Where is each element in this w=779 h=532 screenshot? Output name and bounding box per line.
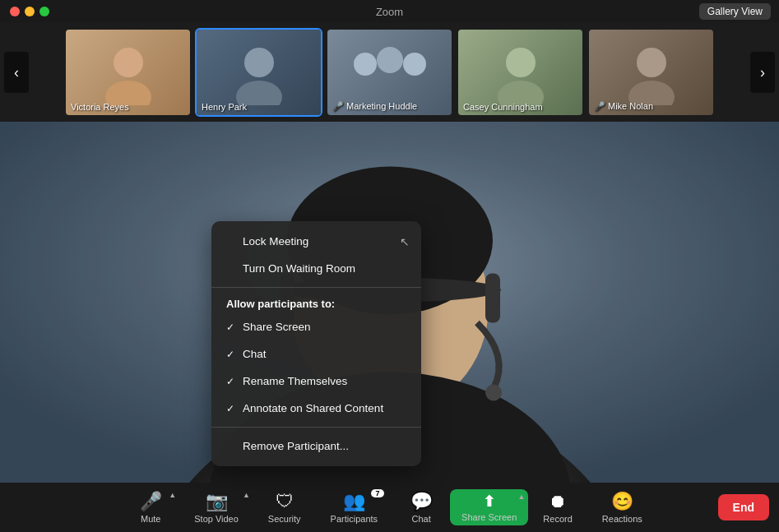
maximize-button[interactable]	[39, 7, 49, 16]
toolbar: 🎤 Mute ▲ 📷 Stop Video ▲ 🛡 Security 👥 Par…	[0, 483, 779, 532]
share-caret: ▲	[517, 493, 525, 501]
mute-label: Mute	[141, 514, 160, 524]
svg-point-7	[506, 48, 536, 77]
annotate-label: Annotate on Shared Content	[243, 402, 383, 414]
security-dropdown: Lock Meeting ↖ Turn On Waiting Room Allo…	[211, 221, 421, 466]
menu-chat[interactable]: ✓ Chat	[211, 340, 421, 368]
chat-check: ✓	[226, 349, 238, 360]
titlebar: Zoom Gallery View	[0, 0, 779, 23]
share-screen-icon: ⬆	[483, 493, 495, 511]
app-title: Zoom	[376, 6, 403, 18]
thumb-henry[interactable]: Henry Park	[195, 28, 322, 117]
thumbnail-list: Victoria Reyes Henry Park 🎤Marketing Hu	[64, 28, 715, 117]
end-button[interactable]: End	[718, 494, 769, 520]
minimize-button[interactable]	[25, 7, 35, 16]
close-button[interactable]	[10, 7, 20, 16]
svg-point-21	[485, 385, 502, 401]
mute-icon: 🎤	[140, 491, 162, 512]
thumb-name-mike: 🎤Mike Nolan	[594, 101, 653, 112]
toolbar-chat[interactable]: 💬 Chat	[392, 488, 450, 527]
toolbar-stop-video[interactable]: 📷 Stop Video ▲	[179, 488, 253, 527]
stop-video-caret: ▲	[243, 491, 250, 499]
toolbar-reactions[interactable]: 😊 Reactions	[587, 488, 657, 527]
marketing-mic-icon: 🎤	[332, 101, 344, 111]
thumb-name-casey: Casey Cunningham	[463, 102, 543, 112]
cursor-icon: ↖	[400, 235, 410, 248]
reactions-label: Reactions	[602, 514, 642, 524]
security-icon: 🛡	[276, 491, 294, 512]
avatar-mike	[619, 39, 684, 105]
avatar-henry	[226, 39, 292, 105]
svg-point-2	[244, 48, 274, 77]
thumb-mike[interactable]: 🎤Mike Nolan	[587, 28, 715, 117]
svg-point-4	[354, 53, 377, 76]
menu-section-allow: Allow participants to:	[211, 293, 421, 313]
participants-badge: 7	[371, 489, 384, 497]
share-screen-label: Share Screen	[461, 512, 517, 522]
thumb-victoria[interactable]: Victoria Reyes	[64, 28, 192, 117]
annotate-check: ✓	[226, 403, 238, 414]
svg-point-9	[637, 48, 666, 77]
menu-lock-meeting[interactable]: Lock Meeting ↖	[211, 228, 421, 255]
chat-icon: 💬	[410, 491, 433, 512]
thumb-marketing[interactable]: 🎤Marketing Huddle	[326, 28, 453, 117]
thumb-name-marketing: 🎤Marketing Huddle	[332, 101, 417, 112]
chat-label: Chat	[411, 514, 430, 524]
share-screen-label: Share Screen	[243, 321, 311, 333]
toolbar-record[interactable]: ⏺ Record	[528, 488, 587, 527]
thumb-casey[interactable]: Casey Cunningham	[457, 28, 584, 117]
thumb-name-henry: Henry Park	[202, 102, 247, 112]
strip-arrow-left[interactable]: ‹	[4, 52, 29, 93]
reactions-icon: 😊	[611, 491, 633, 512]
menu-rename[interactable]: ✓ Rename Themselves	[211, 368, 421, 395]
menu-share-screen[interactable]: ✓ Share Screen	[211, 313, 421, 340]
menu-divider-1	[211, 287, 421, 288]
menu-annotate[interactable]: ✓ Annotate on Shared Content	[211, 395, 421, 422]
avatar-marketing	[341, 39, 439, 105]
toolbar-participants[interactable]: 👥 Participants 7	[316, 488, 392, 527]
security-label: Security	[268, 514, 301, 524]
record-label: Record	[543, 514, 572, 524]
thumb-name-victoria: Victoria Reyes	[71, 102, 129, 112]
participants-label: Participants	[331, 514, 378, 524]
rename-label: Rename Themselves	[243, 375, 347, 387]
share-screen-check: ✓	[226, 322, 238, 333]
stop-video-icon: 📷	[206, 491, 228, 512]
mike-mic-icon: 🎤	[594, 101, 605, 111]
remove-label: Remove Participant...	[243, 440, 349, 452]
svg-point-5	[377, 47, 403, 73]
svg-point-6	[403, 53, 426, 76]
svg-point-0	[114, 48, 143, 77]
avatar-casey	[488, 39, 554, 105]
svg-rect-20	[485, 274, 500, 323]
menu-waiting-room[interactable]: Turn On Waiting Room	[211, 255, 421, 282]
menu-remove-participant[interactable]: Remove Participant...	[211, 433, 421, 460]
thumbnail-strip: ‹ Victoria Reyes Henry Park	[0, 23, 779, 122]
avatar-victoria	[95, 39, 161, 105]
rename-check: ✓	[226, 376, 238, 387]
toolbar-mute[interactable]: 🎤 Mute ▲	[122, 488, 179, 527]
stop-video-label: Stop Video	[194, 514, 239, 524]
menu-divider-2	[211, 427, 421, 428]
lock-meeting-label: Lock Meeting	[243, 235, 308, 247]
record-icon: ⏺	[549, 491, 567, 512]
mute-caret: ▲	[169, 491, 176, 499]
window-controls	[10, 7, 49, 16]
chat-label: Chat	[243, 348, 267, 360]
waiting-room-label: Turn On Waiting Room	[243, 262, 355, 275]
toolbar-share-screen[interactable]: ⬆ Share Screen ▲	[450, 489, 528, 525]
strip-arrow-right[interactable]: ›	[750, 52, 775, 93]
gallery-view-button[interactable]: Gallery View	[699, 3, 771, 20]
participants-icon: 👥	[343, 491, 365, 512]
toolbar-security[interactable]: 🛡 Security	[253, 488, 316, 527]
